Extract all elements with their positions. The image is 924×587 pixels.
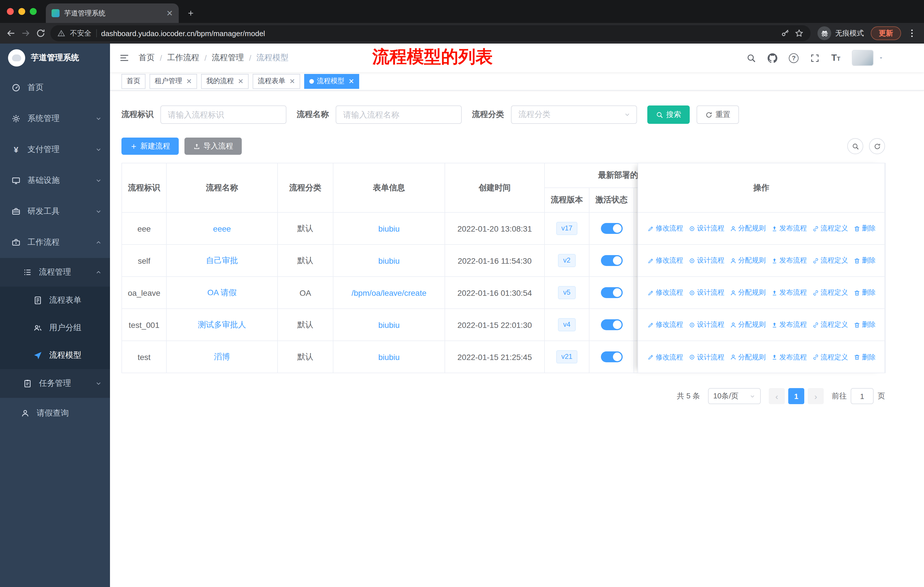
app-logo-block[interactable]: 芋道管理系统 — [0, 43, 110, 72]
action-publish-process[interactable]: 发布流程 — [771, 256, 807, 265]
process-name-link[interactable]: 测试多审批人 — [198, 319, 246, 329]
breadcrumb-item[interactable]: 首页 — [139, 53, 155, 63]
address-bar[interactable]: 不安全 dashboard.yudao.iocoder.cn/bpm/manag… — [50, 25, 810, 41]
tab-close-icon[interactable]: ✕ — [167, 9, 173, 17]
tag-process-model[interactable]: 流程模型 ✕ — [304, 74, 359, 89]
close-window-button[interactable] — [7, 8, 14, 15]
action-edit-process[interactable]: 修改流程 — [647, 288, 683, 298]
action-process-definition[interactable]: 流程定义 — [812, 288, 848, 298]
process-name-link[interactable]: 自己审批 — [206, 255, 238, 265]
form-link[interactable]: /bpm/oa/leave/create — [351, 288, 426, 297]
action-assign-rule[interactable]: 分配规则 — [729, 320, 766, 330]
version-badge[interactable]: v2 — [558, 254, 576, 267]
tag-close-icon[interactable]: ✕ — [186, 78, 192, 84]
sidebar-item-system[interactable]: 系统管理 — [0, 103, 110, 134]
version-badge[interactable]: v4 — [558, 318, 576, 331]
github-icon[interactable] — [767, 53, 777, 63]
sidebar-item-process-mgmt[interactable]: 流程管理 — [0, 258, 110, 287]
sidebar-item-infra[interactable]: 基础设施 — [0, 165, 110, 196]
user-avatar[interactable] — [852, 50, 874, 66]
action-delete[interactable]: 删除 — [853, 256, 876, 265]
action-process-definition[interactable]: 流程定义 — [812, 256, 848, 265]
action-assign-rule[interactable]: 分配规则 — [729, 223, 766, 233]
sidebar-item-leave-query[interactable]: 请假查询 — [0, 398, 110, 429]
action-delete[interactable]: 删除 — [853, 352, 876, 362]
search-icon[interactable] — [746, 53, 756, 63]
create-process-button[interactable]: 新建流程 — [121, 137, 179, 155]
active-toggle[interactable] — [601, 255, 622, 266]
action-edit-process[interactable]: 修改流程 — [647, 223, 683, 233]
reload-icon[interactable] — [36, 28, 46, 38]
action-design-process[interactable]: 设计流程 — [688, 352, 724, 362]
active-toggle[interactable] — [601, 351, 622, 362]
sidebar-item-payment[interactable]: ¥ 支付管理 — [0, 134, 110, 165]
sidebar-item-task-mgmt[interactable]: 任务管理 — [0, 369, 110, 398]
tag-close-icon[interactable]: ✕ — [348, 78, 354, 84]
tag-home[interactable]: 首页 — [121, 74, 145, 89]
browser-tab[interactable]: 芋道管理系统 ✕ — [46, 3, 179, 23]
help-icon[interactable]: ? — [789, 53, 799, 63]
sidebar-item-workflow[interactable]: 工作流程 — [0, 227, 110, 258]
action-design-process[interactable]: 设计流程 — [688, 256, 724, 265]
tag-my-process[interactable]: 我的流程 ✕ — [201, 74, 249, 89]
process-name-input[interactable] — [336, 106, 462, 124]
breadcrumb-item[interactable]: 工作流程 — [167, 53, 200, 63]
hamburger-icon[interactable] — [119, 53, 129, 63]
minimize-window-button[interactable] — [18, 8, 25, 15]
form-link[interactable]: biubiu — [378, 224, 400, 233]
process-name-link[interactable]: eeee — [213, 224, 231, 233]
toolbar-refresh-button[interactable] — [869, 138, 885, 154]
action-delete[interactable]: 删除 — [853, 223, 876, 233]
version-badge[interactable]: v21 — [556, 351, 578, 364]
import-process-button[interactable]: 导入流程 — [185, 137, 242, 155]
browser-menu-icon[interactable] — [907, 28, 917, 38]
search-button[interactable]: 搜索 — [647, 106, 690, 124]
next-page-button[interactable]: › — [808, 388, 824, 404]
tag-process-form[interactable]: 流程表单 ✕ — [252, 74, 300, 89]
action-publish-process[interactable]: 发布流程 — [771, 223, 807, 233]
zoom-window-button[interactable] — [30, 8, 37, 15]
version-badge[interactable]: v5 — [558, 286, 576, 299]
process-name-link[interactable]: OA 请假 — [207, 288, 237, 297]
tag-tenant[interactable]: 租户管理 ✕ — [150, 74, 197, 89]
sidebar-item-process-form[interactable]: 流程表单 — [0, 287, 110, 314]
fullscreen-icon[interactable] — [810, 53, 820, 63]
action-design-process[interactable]: 设计流程 — [688, 320, 724, 330]
goto-page-input[interactable] — [851, 388, 874, 404]
active-toggle[interactable] — [601, 223, 622, 234]
action-delete[interactable]: 删除 — [853, 320, 876, 330]
action-edit-process[interactable]: 修改流程 — [647, 320, 683, 330]
sidebar-item-home[interactable]: 首页 — [0, 72, 110, 103]
sidebar-item-process-model[interactable]: 流程模型 — [0, 342, 110, 369]
avatar-caret-icon[interactable] — [878, 55, 884, 61]
action-process-definition[interactable]: 流程定义 — [812, 352, 848, 362]
page-number-current[interactable]: 1 — [788, 388, 804, 404]
tag-close-icon[interactable]: ✕ — [238, 78, 243, 84]
forward-icon[interactable] — [21, 28, 31, 38]
action-assign-rule[interactable]: 分配规则 — [729, 256, 766, 265]
category-select[interactable]: 流程分类 — [511, 106, 637, 124]
process-name-link[interactable]: 滔博 — [214, 352, 230, 361]
process-id-input[interactable] — [160, 106, 286, 124]
action-publish-process[interactable]: 发布流程 — [771, 288, 807, 298]
action-process-definition[interactable]: 流程定义 — [812, 320, 848, 330]
new-tab-button[interactable] — [183, 6, 198, 21]
action-design-process[interactable]: 设计流程 — [688, 288, 724, 298]
page-size-select[interactable]: 10条/页 — [708, 388, 761, 404]
action-assign-rule[interactable]: 分配规则 — [729, 288, 766, 298]
breadcrumb-item[interactable]: 流程管理 — [212, 53, 244, 63]
update-button[interactable]: 更新 — [871, 26, 901, 40]
action-edit-process[interactable]: 修改流程 — [647, 256, 683, 265]
action-design-process[interactable]: 设计流程 — [688, 223, 724, 233]
form-link[interactable]: biubiu — [378, 352, 400, 361]
toolbar-search-button[interactable] — [847, 138, 863, 154]
password-key-icon[interactable] — [781, 29, 790, 38]
action-assign-rule[interactable]: 分配规则 — [729, 352, 766, 362]
sidebar-item-user-group[interactable]: 用户分组 — [0, 314, 110, 342]
back-icon[interactable] — [6, 28, 16, 38]
action-publish-process[interactable]: 发布流程 — [771, 352, 807, 362]
form-link[interactable]: biubiu — [378, 320, 400, 329]
form-link[interactable]: biubiu — [378, 256, 400, 265]
action-edit-process[interactable]: 修改流程 — [647, 352, 683, 362]
sidebar-item-devtools[interactable]: 研发工具 — [0, 196, 110, 227]
